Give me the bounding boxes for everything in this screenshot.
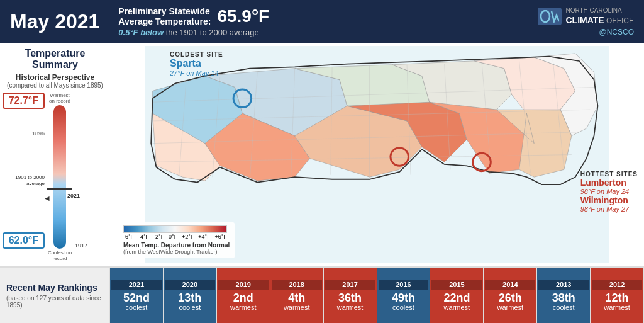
ranking-year: 2014 [485,280,535,290]
ranking-type: warmest [337,303,364,311]
ranking-number: 49th [392,292,415,303]
ranking-type: coolest [179,303,201,311]
thermometer-bar: ◄ 2021 [53,105,66,249]
ranking-year: 2016 [379,280,429,290]
ranking-cell: 2012 12th warmest [591,268,644,323]
warmest-label: Warmeston record [49,93,70,104]
ranking-year: 2013 [538,280,589,290]
ranking-type: warmest [230,303,257,311]
legend-sub: (from the WestWide Drought Tracker) [123,249,230,255]
ranking-number: 52nd [123,292,150,303]
ranking-type: warmest [444,303,470,311]
ranking-year: 2020 [165,280,215,290]
section-title: Temperature Summary [6,48,104,71]
ranking-cell: 2020 13th coolest [164,268,217,323]
main-content: Temperature Summary Historical Perspecti… [0,43,644,266]
temp-label: Preliminary StatewideAverage Temperature… [118,6,211,26]
temp-sub-normal: the 1901 to 2000 average [166,28,259,37]
map-panel: COLDEST SITE Sparta 27°F on May 14 HOTTE… [110,43,644,266]
ranking-year: 2019 [218,280,269,290]
rankings-cells: 2021 52nd coolest 2020 13th coolest 2019… [110,268,644,323]
historical-sub: (compared to all Mays since 1895) [6,82,104,89]
temp-row: Preliminary StatewideAverage Temperature… [118,6,538,26]
coolest-badge: 62.0°F [3,232,45,249]
ranking-number: 38th [552,292,575,303]
avg-labels: 1901 to 2000 average [15,174,45,186]
ranking-number: 2nd [233,292,253,303]
nc-twitter: @NCSCO [599,28,634,37]
ranking-cell: 2016 49th coolest [377,268,431,323]
ranking-number: 36th [338,292,362,303]
nc-badge [538,8,562,25]
ranking-year: 2012 [592,280,642,290]
ranking-cell: 2017 36th warmest [324,268,377,323]
ranking-year: 2021 [111,280,162,290]
page-title: May 2021 [10,10,99,33]
ranking-number: 26th [499,292,522,303]
ranking-cell: 2014 26th warmest [484,268,537,323]
ranking-cell: 2021 52nd coolest [110,268,164,323]
coolest-year: 1917 [75,242,87,249]
nc-office-text: NORTH CAROLINA CLIMATE OFFICE [565,6,634,26]
historical-title: Historical Perspective [6,73,104,82]
ranking-cell: 2019 2nd warmest [217,268,270,323]
ranking-cell: 2018 4th warmest [270,268,324,323]
ranking-number: 12th [606,292,629,303]
hottest-site-label: HOTTEST SITES Lumberton 98°F on May 24 W… [580,171,638,213]
rankings-row: Recent May Rankings (based on 127 years … [0,266,644,323]
legend-labels: -6°F -4°F -2°F 0°F +2°F +4°F +6°F [123,234,227,240]
ranking-number: 22nd [443,292,470,303]
warmest-badge: 72.7°F [3,93,45,109]
ranking-year: 2015 [431,280,482,290]
temp-section: Preliminary StatewideAverage Temperature… [118,6,538,37]
ranking-cell: 2015 22nd warmest [430,268,484,323]
temp-sub: 0.5°F below the 1901 to 2000 average [118,28,538,37]
legend-gradient [123,225,227,233]
ranking-number: 4th [288,292,305,303]
ranking-year: 2017 [325,280,375,290]
ranking-type: warmest [497,303,524,311]
coolest-label: Coolest onrecord [48,250,72,261]
nc-logo: NORTH CAROLINA CLIMATE OFFICE @NCSCO [538,6,634,37]
left-panel: Temperature Summary Historical Perspecti… [0,43,110,266]
temp-sub-highlight: 0.5°F below [118,28,164,37]
legend-title: Mean Temp. Departure from Normal [123,242,230,249]
warmest-year: 1896 [32,130,45,137]
avg-line [47,188,72,190]
coldest-site-label: COLDEST SITE Sparta 27°F on May 14 [170,51,223,77]
rankings-label: Recent May Rankings (based on 127 years … [0,268,110,323]
map-legend: -6°F -4°F -2°F 0°F +2°F +4°F +6°F Mean T… [118,222,235,258]
ranking-year: 2018 [272,280,322,290]
arrow-2021: ◄ [43,194,51,203]
ranking-type: coolest [553,303,575,311]
main-container: May 2021 Preliminary StatewideAverage Te… [0,0,644,323]
ranking-type: warmest [604,303,630,311]
temp-value: 65.9°F [217,6,269,26]
header: May 2021 Preliminary StatewideAverage Te… [0,0,644,43]
ranking-type: warmest [284,303,310,311]
ranking-cell: 2013 38th coolest [537,268,591,323]
nc-logo-top: NORTH CAROLINA CLIMATE OFFICE [538,6,634,26]
svg-point-0 [541,11,550,22]
ranking-type: coolest [126,303,148,311]
ranking-type: coolest [392,303,414,311]
ranking-number: 13th [178,292,201,303]
rankings-title: Recent May Rankings [6,283,103,293]
rankings-sub: (based on 127 years of data since 1895) [6,295,103,309]
